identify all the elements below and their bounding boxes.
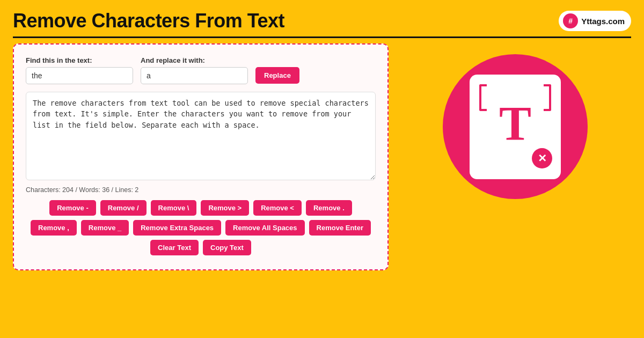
find-field-group: Find this in the text: [26,56,133,84]
clear-text-btn[interactable]: Clear Text [150,240,199,255]
header: Remove Characters From Text # Yttags.com [0,0,644,36]
find-label: Find this in the text: [26,56,133,64]
buttons-row-1: Remove -Remove /Remove \Remove >Remove <… [26,200,376,216]
logo-text: Yttags.com [581,17,625,26]
remove-comma-btn[interactable]: Remove , [31,220,77,236]
tool-card: Find this in the text: And replace it wi… [13,43,389,270]
replace-label: And replace it with: [141,56,248,64]
replace-button[interactable]: Replace [255,67,299,84]
remove-extra-spaces-btn[interactable]: Remove Extra Spaces [133,220,221,236]
remove-enter-btn[interactable]: Remove Enter [309,220,371,236]
remove-all-spaces-btn[interactable]: Remove All Spaces [225,220,304,236]
x-badge-icon: ✕ [532,148,552,168]
remove-dash-btn[interactable]: Remove - [49,200,96,216]
t-letter-icon: T [499,100,531,148]
replace-input[interactable] [141,67,248,84]
logo-area: # Yttags.com [559,11,631,31]
illustration-area: T ✕ [399,43,631,199]
remove-underscore-btn[interactable]: Remove _ [81,220,129,236]
find-replace-row: Find this in the text: And replace it wi… [26,56,376,84]
remove-backslash-btn[interactable]: Remove \ [151,200,197,216]
remove-dot-btn[interactable]: Remove . [306,200,352,216]
main-content: Find this in the text: And replace it wi… [0,38,644,270]
main-textarea[interactable] [26,92,376,180]
buttons-row-2: Remove ,Remove _Remove Extra SpacesRemov… [26,220,376,236]
icon-card: T ✕ [470,75,561,179]
stats-bar: Characters: 204 / Words: 36 / Lines: 2 [26,186,376,194]
remove-gt-btn[interactable]: Remove > [201,200,249,216]
circle-background: T ✕ [443,54,588,199]
copy-text-btn[interactable]: Copy Text [203,240,251,255]
buttons-row-3: Clear TextCopy Text [26,240,376,255]
find-input[interactable] [26,67,133,84]
remove-lt-btn[interactable]: Remove < [253,200,302,216]
page-title: Remove Characters From Text [13,10,284,32]
remove-slash-btn[interactable]: Remove / [100,200,147,216]
bracket-right-icon [544,84,551,111]
logo-hash-icon: # [563,13,578,28]
bracket-left-icon [479,84,487,111]
replace-field-group: And replace it with: [141,56,248,84]
